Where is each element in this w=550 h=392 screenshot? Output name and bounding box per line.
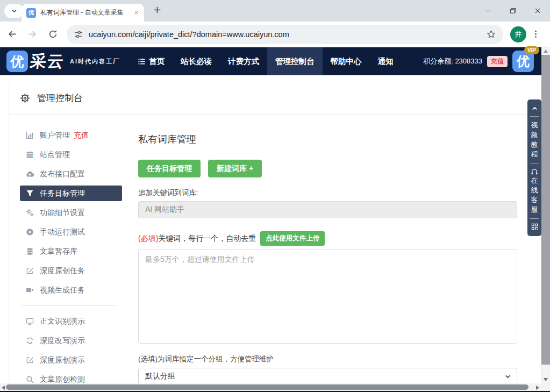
gears-icon: [26, 209, 34, 217]
browser-window: 优 私有词库管理 - 自动文章采集器 ucaiyun.com/caiji/pri…: [0, 0, 550, 392]
online-service-button[interactable]: 在线客服: [531, 176, 538, 215]
sidebar-item-deep-original-task[interactable]: 深度原创任务: [20, 263, 122, 279]
divider: [530, 163, 539, 163]
bookmark-star-icon[interactable]: [487, 30, 496, 39]
file-upload-button[interactable]: 点此使用文件上传: [260, 231, 325, 246]
sidebar-item-label: 站点管理: [40, 150, 70, 160]
divider: [530, 218, 539, 219]
points-balance: 积分余额: 2308333: [423, 56, 482, 66]
sidebar-divider: [21, 305, 116, 306]
divider: [530, 116, 539, 117]
scroll-right-arrow[interactable]: [536, 386, 539, 390]
sidebar-item-label: 账户管理: [40, 131, 70, 140]
floating-side-toolbar: 视频教程 在线客服: [527, 99, 541, 236]
nav-item-label: 帮助中心: [331, 56, 362, 67]
funnel-icon: [26, 189, 34, 197]
sidebar-item-label: 文章暂存库: [40, 247, 77, 256]
back-button[interactable]: [3, 26, 20, 43]
sidebar-item-sites[interactable]: 站点管理: [20, 147, 122, 162]
append-keywords-label: 追加关键词到词库:: [138, 188, 517, 198]
logo-name: 采云: [29, 51, 66, 73]
console-title: 管理控制台: [37, 92, 83, 104]
sidebar-item-task-target[interactable]: 任务目标管理: [20, 186, 122, 201]
window-restore-button[interactable]: [501, 0, 525, 22]
group-select[interactable]: 默认分组: [138, 368, 517, 383]
page-title: 私有词库管理: [138, 133, 517, 146]
sidebar-item-body-extract-demo[interactable]: 正文识别演示: [20, 313, 122, 329]
nav-item-billing[interactable]: 计费方式: [220, 47, 267, 75]
qr-code-button[interactable]: [531, 223, 538, 230]
sidebar-item-originality-check[interactable]: 文章原创检测: [20, 372, 122, 383]
browser-tab[interactable]: 优 私有词库管理 - 自动文章采集器: [22, 4, 144, 22]
vertical-scrollbar-thumb[interactable]: [541, 55, 550, 365]
collapse-button[interactable]: [531, 105, 538, 112]
refresh-button[interactable]: [44, 26, 61, 43]
sidebar-item-label: 深度改写演示: [40, 336, 85, 346]
address-bar[interactable]: ucaiyun.com/caiji/private_dict/?domain=w…: [67, 25, 503, 44]
tab-title: 私有词库管理 - 自动文章采集器: [40, 8, 124, 17]
video-icon: [26, 286, 34, 294]
recharge-badge[interactable]: 充值: [487, 56, 508, 67]
browser-menu-button[interactable]: [531, 30, 540, 39]
sidebar-item-label: 任务目标管理: [40, 189, 85, 198]
sidebar-item-label: 正文识别演示: [40, 317, 85, 326]
video-tutorial-button[interactable]: 视频教程: [531, 120, 538, 159]
nav-item-must-read[interactable]: 站长必读: [173, 47, 220, 75]
user-avatar[interactable]: 优 VIP: [512, 51, 534, 72]
site-favicon: 优: [26, 8, 36, 18]
database-icon: [26, 247, 34, 255]
window-close-button[interactable]: [525, 0, 550, 22]
keywords-textarea[interactable]: [138, 249, 517, 344]
sidebar-item-label: 功能细节设置: [40, 208, 85, 218]
window-minimize-button[interactable]: [476, 0, 501, 22]
edit-icon: [26, 356, 34, 364]
nav-item-help-center[interactable]: 帮助中心: [323, 47, 370, 75]
sidebar-item-label: 手动运行测试: [40, 227, 85, 237]
sidebar-item-original-demo[interactable]: 深度原创演示: [20, 352, 122, 368]
sidebar-item-video-task[interactable]: 视频生成任务: [20, 282, 122, 298]
nav-item-console[interactable]: 管理控制台: [267, 47, 323, 75]
scroll-down-arrow[interactable]: [544, 378, 548, 381]
sidebar: 账户管理充值站点管理发布接口配置任务目标管理功能细节设置手动运行测试文章暂存库深…: [9, 127, 122, 383]
horizontal-scrollbar-thumb[interactable]: [6, 384, 528, 390]
site-logo[interactable]: 优 采云 AI时代内容工厂: [6, 51, 120, 73]
chevron-down-icon: [11, 8, 18, 15]
chevron-down-icon: [504, 373, 511, 380]
site-settings-icon[interactable]: [74, 30, 83, 39]
sidebar-item-manual-test[interactable]: 手动运行测试: [20, 224, 122, 240]
scroll-left-arrow[interactable]: [2, 386, 5, 390]
window-controls: [476, 0, 550, 22]
new-tab-button[interactable]: [153, 5, 162, 15]
search-icon: [26, 375, 34, 383]
recharge-link[interactable]: 充值: [74, 131, 89, 140]
refresh-arrows-icon: [26, 337, 34, 345]
keywords-instruction-row: (必填) 关键词，每行一个，自动去重 点此使用文件上传: [138, 231, 517, 246]
task-target-button[interactable]: 任务目标管理: [138, 160, 201, 177]
keywords-instruction: 关键词，每行一个，自动去重: [158, 234, 256, 244]
browser-profile-avatar[interactable]: 井: [510, 26, 526, 42]
sidebar-item-label: 深度原创任务: [40, 266, 85, 276]
sidebar-item-label: 深度原创演示: [40, 355, 85, 365]
monitor-icon: [26, 317, 34, 325]
nav-item-notifications[interactable]: 通知: [370, 47, 402, 75]
sidebar-item-account[interactable]: 账户管理充值: [20, 127, 122, 143]
sidebar-item-article-buffer[interactable]: 文章暂存库: [20, 244, 122, 259]
sidebar-item-publish-api[interactable]: 发布接口配置: [20, 166, 122, 182]
url-text: ucaiyun.com/caiji/private_dict/?domain=w…: [89, 30, 481, 39]
nav-item-home[interactable]: 首页: [130, 47, 173, 75]
tab-search-button[interactable]: [4, 4, 24, 18]
site-navbar: 优 采云 AI时代内容工厂 首页站长必读计费方式管理控制台帮助中心通知 积分余额…: [0, 47, 541, 75]
nav-menu: 首页站长必读计费方式管理控制台帮助中心通知: [130, 47, 402, 75]
tab-close-button[interactable]: [133, 10, 139, 16]
dict-name-input: [138, 201, 517, 218]
logo-mark: 优: [6, 51, 28, 72]
group-select-value: 默认分组: [145, 372, 175, 381]
server-icon: [26, 151, 34, 159]
sidebar-item-feature-settings[interactable]: 功能细节设置: [20, 205, 122, 220]
scroll-up-arrow[interactable]: [544, 49, 548, 53]
browser-tab-strip: 优 私有词库管理 - 自动文章采集器: [0, 0, 550, 22]
sidebar-item-rewrite-demo[interactable]: 深度改写演示: [20, 333, 122, 348]
vip-badge: VIP: [524, 46, 539, 54]
forward-button[interactable]: [24, 26, 41, 43]
new-dict-button[interactable]: 新建词库 +: [208, 160, 262, 177]
